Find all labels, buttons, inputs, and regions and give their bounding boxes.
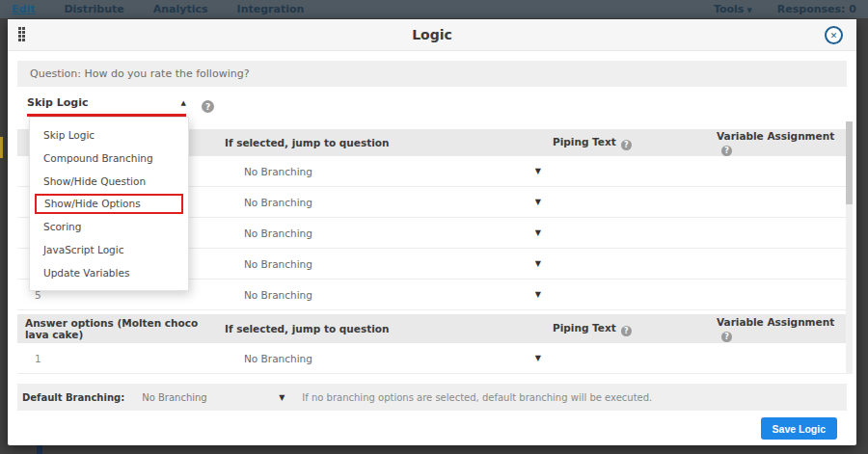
top-navigation: Edit Distribute Analytics Integration To… (0, 0, 868, 18)
help-icon[interactable]: ? (202, 100, 214, 113)
screen: Edit Distribute Analytics Integration To… (0, 0, 868, 454)
topnav-right: Tools▼ Responses: 0 (714, 3, 856, 15)
default-branching-bar: Default Branching: No Branching ▼ If no … (17, 384, 847, 411)
question-label: Question: How do you rate the following? (30, 67, 250, 80)
menu-item-show-hide-options[interactable]: Show/Hide Options (35, 194, 183, 214)
logic-type-value: Skip Logic (27, 96, 88, 109)
row-number: 1 (17, 353, 225, 364)
table-row: 1 No Branching▼ (17, 343, 847, 374)
section2-header-row: Answer options (Molten choco lava cake) … (17, 314, 847, 343)
branching-dropdown[interactable]: No Branching▼ (225, 289, 553, 301)
close-icon[interactable]: ✕ (825, 26, 843, 44)
branching-dropdown[interactable]: No Branching▼ (225, 258, 553, 270)
tab-analytics[interactable]: Analytics (153, 3, 208, 15)
chevron-up-icon: ▲ (181, 99, 186, 107)
tools-menu[interactable]: Tools▼ (714, 3, 752, 15)
tab-distribute[interactable]: Distribute (64, 3, 123, 15)
menu-item-compound-branching[interactable]: Compound Branching (30, 147, 188, 170)
logic-modal: Logic ✕ Question: How do you rate the fo… (8, 19, 856, 445)
column-jump-label: If selected, jump to question (225, 323, 553, 334)
page-bottom-marker (37, 445, 42, 454)
responses-counter: Responses: 0 (777, 3, 856, 15)
default-branching-select[interactable]: No Branching ▼ (124, 392, 285, 403)
default-branching-hint: If no branching options are selected, de… (302, 392, 652, 403)
section2-answer-options-label: Answer options (Molten choco lava cake) (17, 317, 225, 340)
default-branching-value: No Branching (142, 392, 279, 403)
chevron-down-icon: ▼ (535, 228, 541, 237)
default-branching-label: Default Branching: (17, 392, 124, 403)
column-variable-label: Variable Assignment? (717, 316, 847, 342)
branching-dropdown[interactable]: No Branching▼ (225, 353, 553, 364)
feedback-side-tab (0, 137, 3, 158)
scrollbar-thumb[interactable] (846, 121, 853, 204)
modal-title: Logic (412, 27, 452, 42)
chevron-down-icon: ▼ (535, 354, 541, 362)
variable-help-icon[interactable]: ? (721, 332, 732, 342)
logic-type-row: Skip Logic ▲ ? (27, 96, 856, 117)
scrollbar-track[interactable] (846, 121, 853, 374)
chevron-down-icon: ▼ (279, 393, 285, 402)
menu-item-skip-logic[interactable]: Skip Logic (30, 123, 188, 147)
question-bar: Question: How do you rate the following? (17, 61, 847, 87)
branching-dropdown[interactable]: No Branching▼ (225, 166, 553, 177)
menu-item-update-variables[interactable]: Update Variables (30, 261, 188, 284)
menu-item-show-hide-question[interactable]: Show/Hide Question (30, 170, 188, 193)
chevron-down-icon: ▼ (535, 198, 541, 206)
chevron-down-icon: ▼ (535, 167, 541, 175)
column-jump-label: If selected, jump to question (225, 137, 553, 148)
save-logic-button[interactable]: Save Logic (761, 417, 837, 440)
branching-dropdown[interactable]: No Branching▼ (225, 227, 553, 239)
logic-type-menu: Skip Logic Compound Branching Show/Hide … (29, 117, 189, 291)
modal-header: Logic ✕ (8, 19, 856, 51)
logic-type-select[interactable]: Skip Logic ▲ (27, 96, 186, 117)
column-piping-label: Piping Text? (553, 136, 717, 150)
drag-handle-icon[interactable] (18, 27, 25, 41)
piping-help-icon[interactable]: ? (621, 326, 632, 336)
tab-edit[interactable]: Edit (12, 3, 35, 15)
chevron-down-icon: ▼ (746, 7, 751, 14)
menu-item-javascript-logic[interactable]: JavaScript Logic (30, 238, 188, 261)
menu-item-scoring[interactable]: Scoring (30, 215, 188, 238)
variable-help-icon[interactable]: ? (721, 146, 732, 156)
column-variable-label: Variable Assignment? (717, 130, 847, 156)
column-piping-label: Piping Text? (553, 322, 717, 336)
chevron-down-icon: ▼ (535, 290, 541, 299)
chevron-down-icon: ▼ (535, 259, 541, 268)
branching-dropdown[interactable]: No Branching▼ (225, 197, 553, 208)
piping-help-icon[interactable]: ? (621, 140, 632, 150)
tab-integration[interactable]: Integration (237, 3, 305, 15)
